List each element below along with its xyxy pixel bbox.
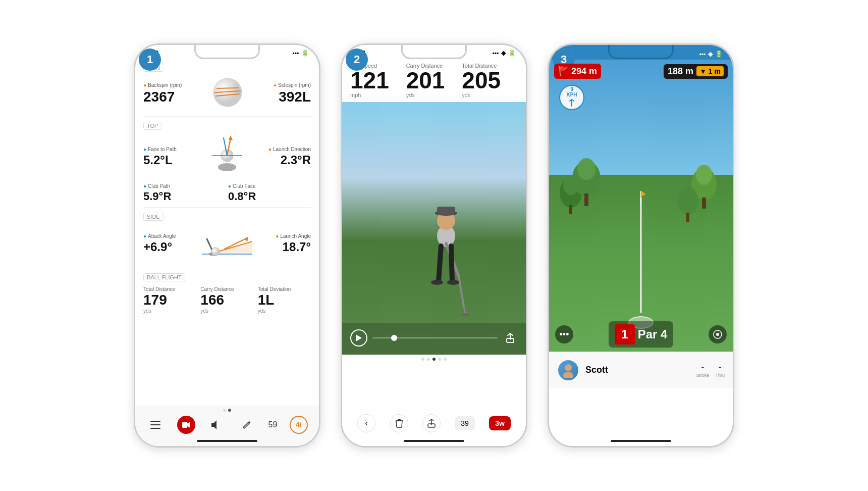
record-btn[interactable] [177, 416, 195, 434]
status-icons-1: ▪▪▪ 🔋 [292, 50, 309, 57]
scorecard-icon [713, 330, 722, 339]
stroke-label: Stroke [696, 373, 709, 378]
distance-overlay: 🚩 294 m 188 m ▼ 1 m [549, 64, 733, 79]
club-selector[interactable]: 4i [290, 416, 308, 434]
page-dot-2 [228, 409, 231, 412]
svg-line-30 [439, 246, 441, 281]
score-section: - Stroke [696, 362, 709, 378]
status-icons-2: ▪▪▪ ◈ 🔋 [492, 50, 516, 57]
shot-count: 59 [268, 420, 278, 429]
club-path-item: Club Path 5.9°R [143, 183, 226, 203]
progress-thumb [391, 335, 397, 341]
delete-button[interactable] [390, 414, 408, 432]
page-dot-1 [223, 409, 226, 412]
backspin-item: Backspin (rpm) 2367 [143, 82, 182, 105]
phone-1-wrapper: 1 3:49 ▪▪▪ 🔋 SPIN Backspin (rpm) 2367 [134, 43, 320, 448]
active-club: 4i [296, 421, 302, 429]
player-row: Scott - Stroke - Thru [549, 352, 733, 388]
player-avatar [557, 359, 579, 381]
sidespin-value: 392L [274, 89, 311, 105]
edit-btn[interactable] [238, 416, 256, 434]
ball-speed-value: 121 [350, 69, 406, 92]
phone2-stats-header: Ball Speed 121 mph Carry Distance 201 yd… [342, 59, 526, 102]
notch-1 [194, 45, 260, 59]
fairway-line [640, 198, 642, 313]
target-flag [636, 191, 646, 208]
play-button[interactable] [350, 329, 367, 347]
launch-angle-value: 18.7° [259, 240, 311, 254]
share-button-2[interactable] [422, 414, 441, 432]
volume-btn[interactable] [207, 416, 226, 434]
svg-line-29 [459, 276, 464, 307]
svg-rect-18 [150, 421, 160, 422]
face-path-value: 5.2°L [143, 153, 200, 167]
total-dist-value-2: 205 [462, 69, 518, 92]
more-options-btn[interactable]: ••• [555, 325, 573, 343]
battery-icon-2: 🔋 [508, 50, 516, 57]
carry-dist-value: 166 [200, 292, 253, 308]
club-badge[interactable]: 3w [489, 416, 511, 430]
phone1-content: SPIN Backspin (rpm) 2367 [135, 59, 319, 318]
total-dist-unit-2: yds [462, 92, 518, 98]
svg-rect-45 [584, 193, 588, 206]
menu-btn[interactable] [146, 416, 165, 434]
back-button[interactable]: ‹ [357, 414, 375, 432]
sidespin-label: Sidespin (rpm) [274, 82, 311, 88]
svg-point-54 [716, 333, 719, 336]
svg-point-33 [447, 280, 459, 285]
share-button[interactable] [503, 330, 518, 346]
tree-right-2 [677, 184, 699, 224]
home-indicator-2 [404, 440, 464, 442]
page-dots-1 [223, 409, 231, 412]
video-dot-2 [427, 358, 430, 361]
svg-marker-36 [356, 334, 362, 341]
svg-point-4 [218, 163, 236, 171]
svg-rect-48 [702, 198, 706, 209]
distance-red-badge: 🚩 294 m [554, 64, 601, 79]
signal-icon: ▪▪▪ [492, 50, 499, 57]
carry-dist-value-2: 201 [406, 69, 462, 92]
total-dist-col: Total Distance 205 yds [462, 63, 518, 98]
scorecard-btn[interactable] [709, 325, 727, 343]
top-label: TOP [143, 122, 161, 130]
home-indicator-3 [611, 440, 671, 442]
phone-2-wrapper: 2 9:28 ▪▪▪ ◈ 🔋 Ball Speed 121 mph Carry … [341, 43, 527, 448]
video-area [342, 102, 526, 355]
notch-3 [608, 45, 674, 59]
svg-rect-19 [150, 424, 160, 425]
svg-rect-20 [150, 428, 160, 429]
svg-marker-52 [641, 191, 646, 197]
svg-point-55 [565, 364, 572, 371]
notch-2 [401, 45, 467, 59]
badge-2: 2 [346, 48, 368, 71]
golfer-figure [416, 201, 476, 317]
phone-3-frame: 6:54 ▪▪▪ ◈ 🔋 🚩 294 m 188 m [548, 43, 734, 448]
hole-number: 1 [615, 324, 635, 345]
badge-1: 1 [139, 48, 161, 71]
tree-left-2 [571, 158, 602, 211]
side-section: SIDE Attack Angle +6.9° [143, 208, 311, 268]
total-dev-label: Total Deviation [258, 286, 311, 292]
total-dist-value: 179 [143, 292, 196, 308]
score-value: - [701, 362, 704, 373]
total-dev-value: 1L [258, 292, 311, 308]
video-dot-3 [432, 358, 436, 361]
ball-flight-label: BALL FLIGHT [143, 273, 185, 281]
top-metrics-grid: Club Path 5.9°R Club Face 0.8°R [143, 183, 311, 203]
svg-marker-14 [245, 236, 248, 242]
svg-line-34 [464, 307, 465, 314]
carry-dist-label: Carry Distance [200, 286, 253, 292]
carry-dist-unit: yds [200, 308, 253, 314]
svg-point-17 [211, 248, 220, 256]
home-indicator-1 [197, 440, 257, 442]
thru-label: Thru [715, 373, 725, 378]
club-face-value: 0.8°R [228, 190, 311, 203]
spin-row: Backspin (rpm) 2367 [143, 75, 311, 112]
ball-flight-section: BALL FLIGHT Total Distance 179 yds Carry… [143, 268, 311, 318]
video-dot-4 [438, 358, 441, 361]
club-face-label: Club Face [228, 183, 311, 189]
progress-bar[interactable] [372, 337, 498, 338]
hole-info-bar: ••• 1 Par 4 [549, 317, 733, 352]
carry-dist-col: Carry Distance 201 yds [406, 63, 462, 98]
video-dot-5 [444, 358, 447, 361]
